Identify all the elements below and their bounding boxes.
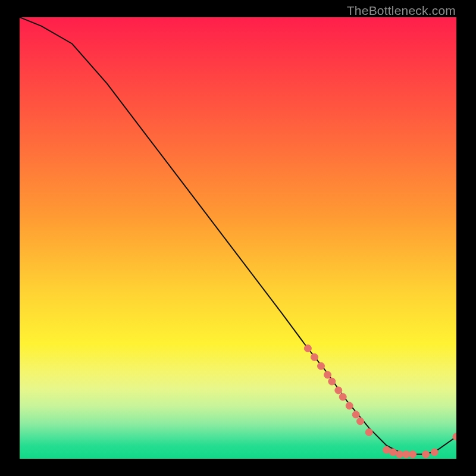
data-point — [390, 449, 397, 456]
data-point — [318, 362, 325, 369]
data-point — [311, 353, 318, 361]
data-point — [422, 451, 430, 458]
chart-stage: TheBottleneck.com — [0, 0, 476, 476]
data-point — [352, 411, 359, 418]
data-point — [346, 402, 353, 409]
data-point — [328, 378, 336, 385]
data-point — [403, 451, 410, 458]
data-point — [396, 451, 403, 458]
data-point — [357, 418, 364, 425]
data-point — [431, 449, 438, 456]
watermark-text: TheBottleneck.com — [347, 4, 456, 18]
data-point — [339, 393, 346, 400]
plot-area — [20, 17, 456, 459]
scatter-points — [20, 17, 456, 459]
data-point — [335, 387, 342, 394]
data-point — [304, 345, 311, 352]
data-point — [409, 451, 416, 458]
data-point — [365, 429, 372, 436]
data-point — [383, 446, 390, 453]
data-point — [453, 433, 456, 440]
data-point — [324, 371, 331, 378]
